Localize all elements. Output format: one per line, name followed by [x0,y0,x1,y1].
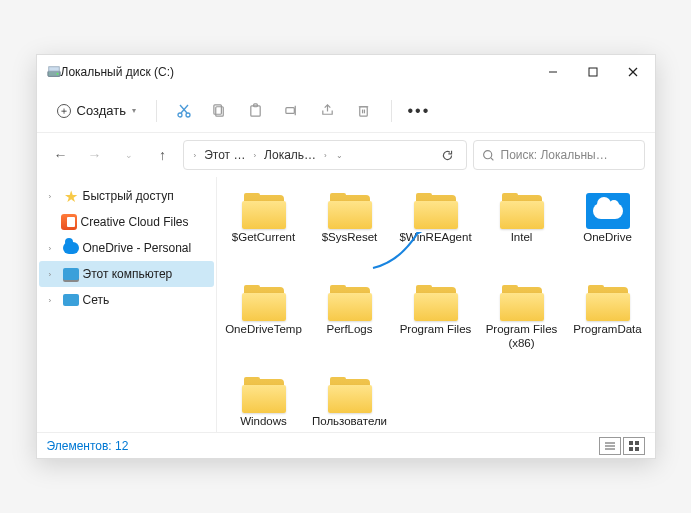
svg-point-2 [56,73,58,75]
tree-label: OneDrive - Personal [83,241,192,255]
search-box[interactable]: Поиск: Локальны… [473,140,645,170]
view-switcher [599,437,645,455]
network-icon [63,292,79,308]
chevron-right-icon[interactable]: › [49,296,59,305]
share-button[interactable] [311,95,345,127]
tree-creative-cloud[interactable]: Creative Cloud Files [39,209,214,235]
up-button[interactable]: ↑ [149,141,177,169]
paste-button[interactable] [239,95,273,127]
delete-button[interactable] [347,95,381,127]
breadcrumb-thispc[interactable]: Этот … [200,146,249,164]
folder-icon [500,193,544,229]
svg-point-8 [186,113,190,117]
more-button[interactable]: ••• [402,95,436,127]
folder-label: ProgramData [573,323,641,337]
folder-icon [500,285,544,321]
chevron-right-icon: › [251,151,258,160]
rename-button[interactable] [275,95,309,127]
folder-label: OneDriveTemp [225,323,302,337]
folder-programfilesx86[interactable]: Program Files (x86) [479,281,565,367]
explorer-window: Локальный диск (C:) ＋ Создать ▾ ••• ← → … [36,54,656,459]
details-view-button[interactable] [599,437,621,455]
tree-network[interactable]: › Сеть [39,287,214,313]
folder-sysreset[interactable]: $SysReset [307,189,393,275]
tree-label: Creative Cloud Files [81,215,189,229]
minimize-button[interactable] [533,57,573,87]
folder-label: $SysReset [322,231,378,245]
folder-windows[interactable]: Windows [221,373,307,432]
folder-label: PerfLogs [326,323,372,337]
search-icon [482,149,495,162]
folder-icon [242,377,286,413]
tree-onedrive[interactable]: › OneDrive - Personal [39,235,214,261]
refresh-button[interactable] [436,149,460,162]
svg-line-22 [490,157,492,159]
tree-this-pc[interactable]: › Этот компьютер [39,261,214,287]
pc-icon [63,266,79,282]
cc-icon [61,214,77,230]
svg-rect-15 [286,108,294,114]
body: › ★ Быстрый доступ Creative Cloud Files … [37,177,655,432]
recent-dropdown[interactable]: ⌄ [115,141,143,169]
folder-onedrive[interactable]: OneDrive [565,189,651,275]
star-icon: ★ [63,188,79,204]
cut-button[interactable] [167,95,201,127]
item-count: Элементов: 12 [47,439,129,453]
folder-icon [242,193,286,229]
search-placeholder: Поиск: Локальны… [501,148,608,162]
navbar: ← → ⌄ ↑ › Этот … › Локаль… › ⌄ Поиск: Ло… [37,133,655,177]
folder-getcurrent[interactable]: $GetCurrent [221,189,307,275]
svg-point-7 [178,113,182,117]
chevron-right-icon[interactable]: › [49,244,59,253]
address-bar[interactable]: › Этот … › Локаль… › ⌄ [183,140,467,170]
folder-onedrivetemp[interactable]: OneDriveTemp [221,281,307,367]
svg-rect-1 [48,67,59,71]
folder-label: $WinREAgent [399,231,471,245]
svg-rect-26 [629,441,633,445]
folder-icon [328,377,372,413]
chevron-right-icon[interactable]: › [49,192,59,201]
folder-label: Program Files (x86) [482,323,562,351]
folder-programdata[interactable]: ProgramData [565,281,651,367]
folder-users[interactable]: Пользователи [307,373,393,432]
chevron-right-icon: › [322,151,329,160]
folder-programfiles[interactable]: Program Files [393,281,479,367]
new-label: Создать [77,103,126,118]
svg-rect-28 [629,447,633,451]
address-chevron-down-icon[interactable]: ⌄ [331,151,349,160]
svg-line-9 [181,105,188,113]
folder-intel[interactable]: Intel [479,189,565,275]
tree-label: Сеть [83,293,110,307]
tree-label: Этот компьютер [83,267,173,281]
forward-button[interactable]: → [81,141,109,169]
folder-view[interactable]: $GetCurrent $SysReset $WinREAgent Intel … [217,177,655,432]
copy-button[interactable] [203,95,237,127]
tree-quick-access[interactable]: › ★ Быстрый доступ [39,183,214,209]
folder-winreagent[interactable]: $WinREAgent [393,189,479,275]
folder-label: OneDrive [583,231,632,245]
back-button[interactable]: ← [47,141,75,169]
folder-perflogs[interactable]: PerfLogs [307,281,393,367]
folder-icon [414,193,458,229]
icons-view-button[interactable] [623,437,645,455]
toolbar: ＋ Создать ▾ ••• [37,89,655,133]
new-button[interactable]: ＋ Создать ▾ [47,99,146,122]
svg-rect-17 [360,107,368,116]
maximize-button[interactable] [573,57,613,87]
breadcrumb-drive[interactable]: Локаль… [260,146,320,164]
window-controls [533,57,653,87]
chevron-right-icon[interactable]: › [49,270,59,279]
folder-icon [586,285,630,321]
folder-icon [328,193,372,229]
folder-label: $GetCurrent [232,231,295,245]
status-bar: Элементов: 12 [37,432,655,458]
svg-point-21 [483,150,491,158]
close-button[interactable] [613,57,653,87]
onedrive-folder-icon [586,193,630,229]
separator [156,100,157,122]
folder-icon [414,285,458,321]
svg-rect-4 [589,68,597,76]
tree-label: Быстрый доступ [83,189,174,203]
folder-icon [242,285,286,321]
folder-label: Program Files [400,323,472,337]
